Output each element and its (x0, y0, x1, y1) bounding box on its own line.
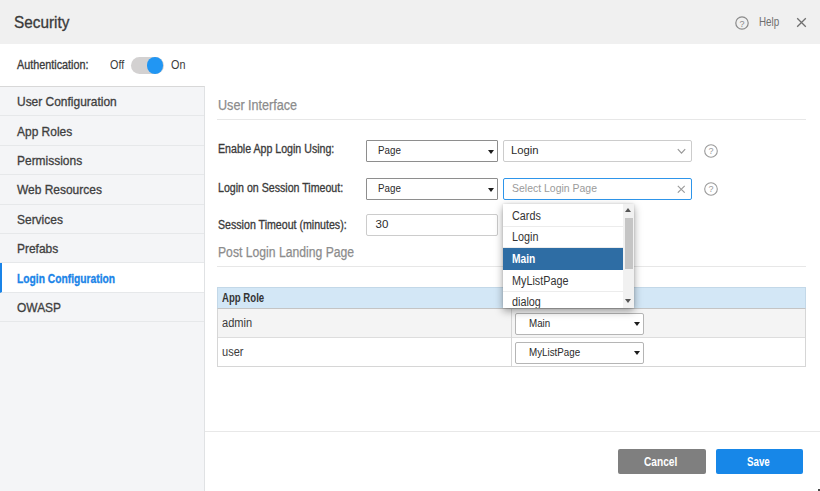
svg-text:?: ? (739, 19, 744, 29)
svg-text:?: ? (708, 184, 713, 194)
svg-text:?: ? (708, 146, 713, 156)
